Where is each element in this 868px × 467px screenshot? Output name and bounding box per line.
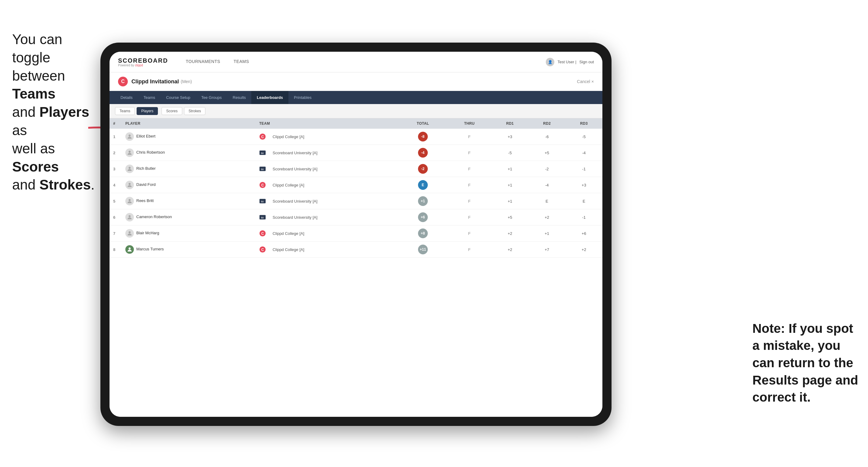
- cell-rd3: +2: [565, 242, 602, 258]
- nav-teams[interactable]: TEAMS: [227, 52, 256, 72]
- svg-text:C: C: [261, 183, 264, 187]
- svg-point-1: [129, 134, 131, 136]
- cell-rd1: +1: [491, 177, 528, 193]
- cell-player: Blair McHarg: [122, 225, 255, 242]
- col-rd2: RD2: [528, 118, 566, 129]
- cell-rd1: +5: [491, 209, 528, 225]
- score-badge: -4: [418, 148, 428, 158]
- cell-rd3: +3: [565, 177, 602, 193]
- svg-text:C: C: [261, 248, 264, 252]
- cell-player: David Ford: [122, 177, 255, 193]
- cell-player: Rich Butler: [122, 161, 255, 177]
- svg-text:C: C: [261, 135, 264, 139]
- tab-results[interactable]: Results: [227, 91, 251, 104]
- toggle-strokes[interactable]: Strokes: [184, 107, 206, 115]
- tab-course-setup[interactable]: Course Setup: [161, 91, 196, 104]
- cell-thru: F: [447, 145, 491, 161]
- cell-rd3: E: [565, 193, 602, 209]
- cell-rd2: E: [528, 193, 566, 209]
- col-team: TEAM: [255, 118, 399, 129]
- cell-rd2: -4: [528, 177, 566, 193]
- cell-rank: 5: [110, 193, 122, 209]
- svg-point-16: [129, 215, 131, 217]
- team-logo-icon: C: [259, 182, 266, 188]
- tab-leaderboards[interactable]: Leaderboards: [251, 91, 288, 104]
- cell-thru: F: [447, 242, 491, 258]
- svg-text:C: C: [261, 231, 264, 236]
- sign-out-link[interactable]: Sign out: [579, 60, 594, 64]
- user-name: Test User |: [557, 60, 576, 64]
- cell-thru: F: [447, 193, 491, 209]
- cancel-button[interactable]: Cancel ×: [577, 79, 594, 84]
- table-row: 3Rich ButlerSUScoreboard University [A]-…: [110, 161, 602, 177]
- svg-point-13: [129, 199, 131, 201]
- cell-total: -2: [399, 161, 447, 177]
- cell-rd1: +2: [491, 242, 528, 258]
- leaderboard-table: # PLAYER TEAM TOTAL THRU RD1 RD2 RD3 1El…: [110, 118, 602, 417]
- svg-point-19: [129, 231, 131, 234]
- svg-text:SU: SU: [261, 168, 264, 170]
- cell-rd2: +7: [528, 242, 566, 258]
- cell-team-logo: C: [255, 225, 269, 242]
- toggle-scores[interactable]: Scores: [161, 107, 182, 115]
- logo-subtitle: Powered by clippd: [118, 64, 168, 67]
- logo-area: SCOREBOARD Powered by clippd: [118, 57, 168, 67]
- table-row: 6Cameron RobertsonSUScoreboard Universit…: [110, 209, 602, 225]
- cell-team: Clippd College [A]: [269, 177, 399, 193]
- cell-rd3: -5: [565, 129, 602, 145]
- player-name: David Ford: [136, 182, 156, 187]
- tab-teams[interactable]: Teams: [138, 91, 161, 104]
- cell-team-logo: C: [255, 177, 269, 193]
- svg-text:SU: SU: [261, 152, 264, 154]
- svg-point-7: [129, 167, 131, 169]
- cell-team-logo: SU: [255, 161, 269, 177]
- table-row: 7Blair McHargCClippd College [A]+8F+2+1+…: [110, 225, 602, 242]
- cell-rank: 4: [110, 177, 122, 193]
- cell-thru: F: [447, 225, 491, 242]
- score-badge: -2: [418, 164, 428, 174]
- tab-details[interactable]: Details: [115, 91, 138, 104]
- cell-rd2: +5: [528, 145, 566, 161]
- score-badge: E: [418, 180, 428, 190]
- tablet-screen: SCOREBOARD Powered by clippd TOURNAMENTS…: [110, 52, 602, 417]
- toggle-teams[interactable]: Teams: [115, 107, 135, 115]
- team-logo-icon: C: [259, 133, 266, 140]
- player-avatar: [125, 213, 134, 221]
- cell-total: +11: [399, 242, 447, 258]
- col-rd1: RD1: [491, 118, 528, 129]
- player-avatar: [125, 181, 134, 189]
- player-name: Elliot Ebert: [136, 134, 155, 138]
- cell-rank: 6: [110, 209, 122, 225]
- right-annotation: Note: If you spot a mistake, you can ret…: [752, 320, 859, 406]
- nav-links: TOURNAMENTS TEAMS: [179, 52, 255, 72]
- cell-team-logo: SU: [255, 145, 269, 161]
- cell-player: Chris Robertson: [122, 145, 255, 161]
- player-name: Marcus Turners: [136, 247, 164, 251]
- tab-tee-groups[interactable]: Tee Groups: [196, 91, 227, 104]
- col-rank: #: [110, 118, 122, 129]
- cell-rd1: +3: [491, 129, 528, 145]
- cell-total: -8: [399, 129, 447, 145]
- cell-thru: F: [447, 161, 491, 177]
- player-name: Chris Robertson: [136, 150, 165, 155]
- toggle-players[interactable]: Players: [136, 107, 158, 115]
- tablet-frame: SCOREBOARD Powered by clippd TOURNAMENTS…: [100, 42, 612, 426]
- table-row: 4David FordCClippd College [A]EF+1-4+3: [110, 177, 602, 193]
- cell-team: Clippd College [A]: [269, 129, 399, 145]
- score-badge: +11: [418, 245, 428, 254]
- tab-printables[interactable]: Printables: [288, 91, 317, 104]
- sub-nav: Details Teams Course Setup Tee Groups Re…: [110, 91, 602, 104]
- svg-text:SU: SU: [261, 217, 264, 219]
- cell-rank: 7: [110, 225, 122, 242]
- cell-team-logo: SU: [255, 193, 269, 209]
- top-nav-right: 👤 Test User | Sign out: [546, 58, 594, 66]
- cell-team-logo: C: [255, 242, 269, 258]
- cell-total: +8: [399, 225, 447, 242]
- tournament-header: C Clippd Invitational (Men) Cancel ×: [110, 72, 602, 91]
- nav-tournaments[interactable]: TOURNAMENTS: [179, 52, 227, 72]
- cell-team: Scoreboard University [A]: [269, 161, 399, 177]
- table-row: 5Rees BrittSUScoreboard University [A]+1…: [110, 193, 602, 209]
- score-badge: +1: [418, 196, 428, 206]
- user-icon: 👤: [546, 58, 554, 66]
- cell-player: Rees Britt: [122, 193, 255, 209]
